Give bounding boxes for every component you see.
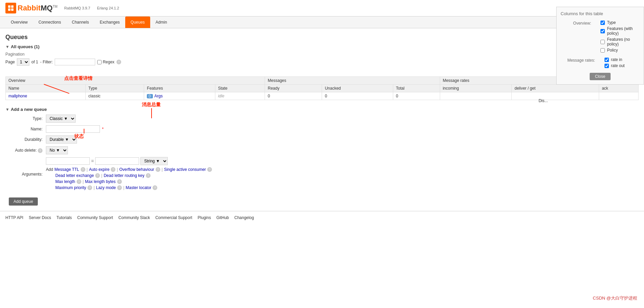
queue-name-link[interactable]: mallphone [8,94,27,98]
max-length-help[interactable]: ? [77,179,81,184]
auto-expire-link[interactable]: Auto expire [89,167,110,172]
name-label: Name: [5,127,46,131]
queue-incoming-cell [440,92,512,100]
regex-label[interactable]: Regex [97,60,114,64]
footer-changelog[interactable]: Changelog [234,215,254,220]
footer-community-support[interactable]: Community Support [77,215,113,220]
auto-expire-help[interactable]: ? [111,167,115,172]
regex-help-icon[interactable]: ? [116,60,121,64]
arg-type-select[interactable]: String ▼ Number Boolean [140,157,168,165]
svg-rect-0 [8,5,10,8]
arguments-label: Arguments: [5,172,46,177]
footer: HTTP API Server Docs Tutorials Community… [0,211,644,224]
queue-unacked-cell: 0 [322,92,393,100]
footer-tutorials[interactable]: Tutorials [56,215,72,220]
arg-value-input[interactable] [95,157,139,165]
nav-queues[interactable]: Queues [125,17,150,28]
nav-channels[interactable]: Channels [66,17,95,28]
nav-admin[interactable]: Admin [150,17,172,28]
feature-d-badge: D [147,94,153,98]
feature-args-link[interactable]: Args [154,94,163,98]
queues-table: Overview Messages Message rates Name Typ… [5,76,639,100]
message-ttl-link[interactable]: Message TTL [54,167,79,172]
col-ready: Ready [265,85,322,92]
footer-github[interactable]: GitHub [216,215,229,220]
add-queue-toggle[interactable]: ▼ [5,107,9,112]
lazy-mode-help[interactable]: ? [117,185,122,190]
auto-delete-select[interactable]: No ▼ Yes [46,146,68,154]
maximum-priority-help[interactable]: ? [87,185,92,190]
col-rate-in-checkbox[interactable] [605,58,609,62]
dead-letter-exchange-help[interactable]: ? [95,173,100,178]
col-type: Type [85,85,144,92]
erlang-version: Erlang 24.1.2 [97,6,119,10]
col-type-checkbox[interactable] [600,21,605,25]
svg-rect-1 [11,5,14,8]
durability-select[interactable]: Durable ▼ Transient [46,135,77,144]
svg-rect-3 [11,8,14,11]
page-select[interactable]: 1 [17,58,29,66]
col-features-no-policy-checkbox[interactable] [600,40,605,44]
dead-letter-routing-key-help[interactable]: ? [146,173,151,178]
add-label: Add [46,167,53,172]
single-active-help[interactable]: ? [207,167,212,172]
col-rate-in-label: rate in [611,57,622,62]
name-row: Name: * [5,125,639,133]
footer-http-api[interactable]: HTTP API [5,215,23,220]
col-features-no-policy-label: Features (no policy) [607,37,640,47]
all-queues-title: All queues (1) [11,44,39,49]
col-unacked: Unacked [322,85,393,92]
footer-plugins[interactable]: Plugins [198,215,211,220]
arg-links-row1: Add Message TTL ? | Auto expire ? | Over… [46,167,212,172]
rabbitmq-version: RabbitMQ 3.9.7 [64,6,90,10]
col-rate-out-checkbox[interactable] [605,64,609,68]
footer-server-docs[interactable]: Server Docs [29,215,51,220]
col-option-features-with-policy: Features (with policy) [594,26,640,36]
col-option-rate-out: rate out [598,63,625,68]
master-locator-help[interactable]: ? [153,185,157,190]
footer-community-slack[interactable]: Community Slack [118,215,150,220]
queue-type-cell: classic [85,92,144,100]
nav-exchanges[interactable]: Exchanges [94,17,125,28]
filter-label: - Filter: [40,60,53,64]
single-active-consumer-link[interactable]: Single active consumer [164,167,206,172]
queue-features-cell: D Args [144,92,215,100]
overview-columns-label: Overview: [561,20,594,26]
col-policy-checkbox[interactable] [600,48,605,53]
overflow-behaviour-link[interactable]: Overflow behaviour [119,167,154,172]
overflow-help[interactable]: ? [156,167,160,172]
max-length-bytes-help[interactable]: ? [117,179,122,184]
disp-label: Dis... [539,98,548,103]
max-length-link[interactable]: Max length [55,179,75,184]
filter-input[interactable] [55,59,95,65]
logo-icon [5,3,16,13]
columns-panel-close-button[interactable]: Close [590,73,611,80]
page-label: Page [5,60,15,64]
nav-overview[interactable]: Overview [5,17,33,28]
page-title: Queues [5,34,639,41]
dead-letter-exchange-link[interactable]: Dead letter exchange [55,173,94,178]
arg-links-row2: Dead letter exchange ? | Dead letter rou… [46,173,212,178]
queue-state-cell: idle [215,92,265,100]
name-input[interactable] [46,125,100,133]
type-select[interactable]: Classic ▼ Quorum Stream [46,115,76,123]
columns-panel-title: Columns for this table [561,11,640,16]
col-features-with-policy-checkbox[interactable] [600,29,605,33]
add-queue-title: Add a new queue [11,107,47,112]
nav-connections[interactable]: Connections [33,17,66,28]
auto-delete-help-icon[interactable]: ? [38,148,43,153]
maximum-priority-link[interactable]: Maximum priority [55,185,86,190]
max-length-bytes-link[interactable]: Max length bytes [85,179,116,184]
footer-commercial-support[interactable]: Commercial Support [155,215,192,220]
add-queue-button[interactable]: Add queue [9,197,38,206]
logo: RabbitMQTM [5,3,57,13]
add-queue-section: ▼ Add a new queue Type: Classic ▼ Quorum… [5,107,639,206]
master-locator-link[interactable]: Master locator [126,185,151,190]
all-queues-toggle[interactable]: ▼ [5,44,9,49]
arg-key-input[interactable] [46,157,90,165]
regex-checkbox[interactable] [97,60,102,64]
lazy-mode-link[interactable]: Lazy mode [96,185,116,190]
message-ttl-help[interactable]: ? [81,167,85,172]
pagination-label: Pagination [5,52,639,57]
dead-letter-routing-key-link[interactable]: Dead letter routing key [104,173,144,178]
